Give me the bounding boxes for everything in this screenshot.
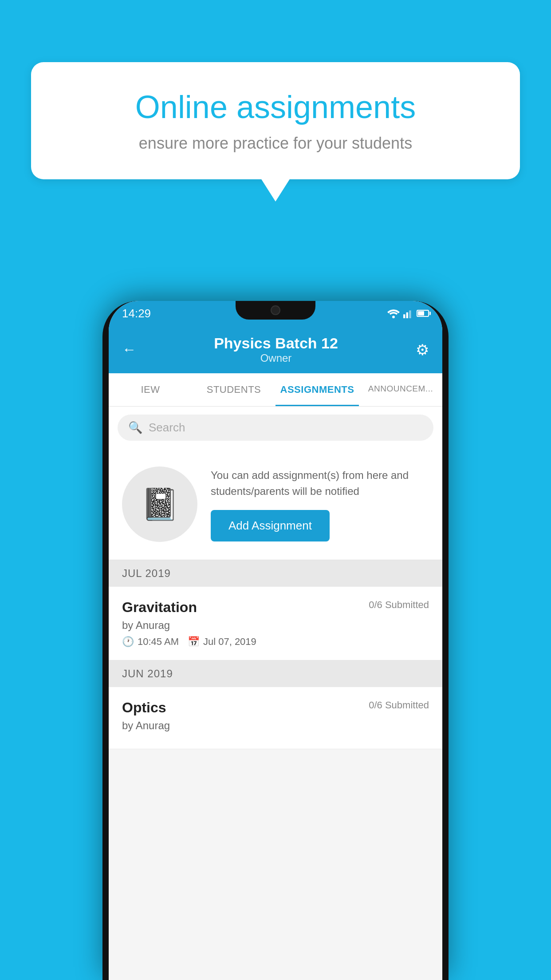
speech-bubble-title: Online assignments bbox=[67, 89, 484, 125]
tab-announcements[interactable]: ANNOUNCEM... bbox=[359, 373, 442, 406]
assignment-meta: 🕐 10:45 AM 📅 Jul 07, 2019 bbox=[122, 636, 429, 648]
tabs-bar: IEW STUDENTS ASSIGNMENTS ANNOUNCEM... bbox=[109, 373, 442, 407]
tab-iew[interactable]: IEW bbox=[109, 373, 192, 406]
assignment-name-optics: Optics bbox=[122, 699, 166, 716]
section-header-jun: JUN 2019 bbox=[109, 660, 442, 687]
back-button[interactable]: ← bbox=[122, 341, 136, 358]
promo-description: You can add assignment(s) from here and … bbox=[211, 467, 429, 499]
assignment-author-optics: by Anurag bbox=[122, 719, 429, 732]
status-time: 14:29 bbox=[122, 307, 151, 320]
search-placeholder: Search bbox=[149, 421, 185, 435]
promo-icon-circle: 📓 bbox=[122, 466, 197, 542]
promo-speech-bubble: Online assignments ensure more practice … bbox=[31, 62, 520, 179]
search-icon: 🔍 bbox=[128, 421, 142, 435]
assignment-row-top-optics: Optics 0/6 Submitted bbox=[122, 699, 429, 716]
search-bar[interactable]: 🔍 Search bbox=[118, 415, 433, 441]
speech-bubble-subtitle: ensure more practice for your students bbox=[67, 134, 484, 153]
svg-rect-1 bbox=[403, 314, 405, 318]
assignment-author: by Anurag bbox=[122, 619, 429, 632]
assignment-item-gravitation[interactable]: Gravitation 0/6 Submitted by Anurag 🕐 10… bbox=[109, 587, 442, 660]
assignment-row-top: Gravitation 0/6 Submitted bbox=[122, 599, 429, 616]
add-assignment-button[interactable]: Add Assignment bbox=[211, 510, 330, 541]
assignment-submitted-optics: 0/6 Submitted bbox=[369, 699, 429, 711]
section-header-jul: JUL 2019 bbox=[109, 560, 442, 587]
tab-assignments[interactable]: ASSIGNMENTS bbox=[276, 373, 359, 406]
add-assignment-promo: 📓 You can add assignment(s) from here an… bbox=[109, 449, 442, 560]
assignment-time: 🕐 10:45 AM bbox=[122, 636, 179, 648]
assignment-date: 📅 Jul 07, 2019 bbox=[188, 636, 256, 648]
notebook-icon: 📓 bbox=[141, 486, 179, 522]
app-header: ← Physics Batch 12 Owner ⚙ bbox=[109, 326, 442, 373]
assignment-name: Gravitation bbox=[122, 599, 197, 616]
svg-rect-2 bbox=[406, 312, 408, 318]
clock-icon: 🕐 bbox=[122, 636, 134, 648]
tab-students[interactable]: STUDENTS bbox=[192, 373, 276, 406]
wifi-icon bbox=[387, 308, 400, 318]
promo-content: You can add assignment(s) from here and … bbox=[211, 467, 429, 541]
status-icons bbox=[387, 308, 429, 318]
battery-icon bbox=[417, 310, 429, 317]
settings-icon[interactable]: ⚙ bbox=[416, 341, 429, 359]
phone-camera bbox=[271, 305, 280, 315]
phone-screen: 14:29 ← Physics Ba bbox=[109, 301, 442, 980]
phone-notch bbox=[236, 301, 315, 320]
signal-icon bbox=[403, 308, 413, 318]
svg-rect-3 bbox=[409, 310, 411, 318]
search-container: 🔍 Search bbox=[109, 407, 442, 449]
calendar-icon: 📅 bbox=[188, 636, 200, 648]
speech-bubble-card: Online assignments ensure more practice … bbox=[31, 62, 520, 179]
assignment-submitted: 0/6 Submitted bbox=[369, 599, 429, 611]
header-subtitle: Owner bbox=[214, 352, 338, 364]
phone-frame: 14:29 ← Physics Ba bbox=[102, 301, 449, 980]
assignment-item-optics[interactable]: Optics 0/6 Submitted by Anurag bbox=[109, 687, 442, 749]
header-title-area: Physics Batch 12 Owner bbox=[214, 335, 338, 364]
header-title: Physics Batch 12 bbox=[214, 335, 338, 352]
svg-point-0 bbox=[392, 316, 395, 318]
